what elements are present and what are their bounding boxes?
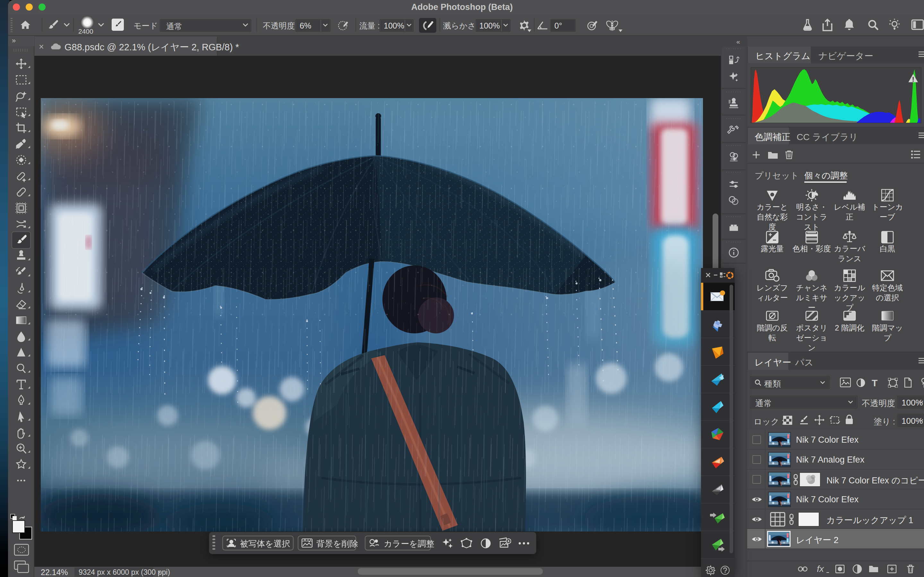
svg-text:fx: fx <box>817 564 824 574</box>
